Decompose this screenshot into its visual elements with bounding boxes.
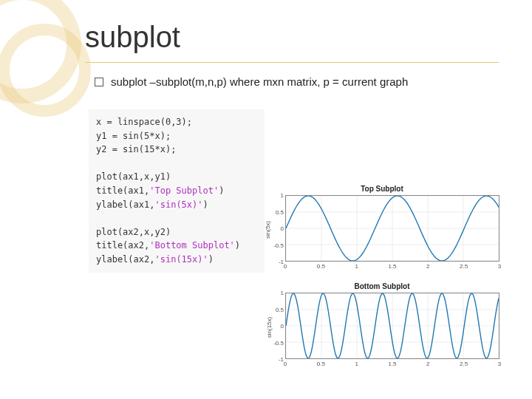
subplot-bottom: Bottom Subplotsin(15x)-1-0.500.5100.511.… — [260, 282, 504, 372]
code-line: x = linspace(0,3); — [96, 117, 192, 127]
chart-title: Top Subplot — [260, 185, 504, 193]
code-line: ) — [203, 200, 208, 210]
bullet-text: subplot –subplot(m,n,p) where mxn matrix… — [111, 75, 408, 88]
x-ticks: 00.511.522.53 — [285, 263, 499, 273]
code-line: title(ax1, — [96, 185, 149, 196]
plot-area — [285, 293, 499, 359]
code-string: 'sin(5x)' — [154, 200, 202, 210]
code-line: ) — [208, 254, 214, 265]
subplot-figure: Top Subplotsin(5x)-1-0.500.5100.511.522.… — [260, 185, 504, 380]
code-line: ) — [219, 185, 224, 196]
title-underline — [85, 62, 499, 63]
subplot-top: Top Subplotsin(5x)-1-0.500.5100.511.522.… — [260, 185, 504, 275]
y-ticks: -1-0.500.51 — [266, 293, 284, 359]
x-ticks: 00.511.522.53 — [285, 361, 499, 371]
code-line: y2 = sin(15*x); — [96, 144, 176, 154]
bullet-item: subplot –subplot(m,n,p) where mxn matrix… — [95, 75, 408, 88]
slide: subplot subplot –subplot(m,n,p) where mx… — [0, 0, 532, 399]
page-title: subplot — [85, 21, 180, 54]
code-snippet: x = linspace(0,3); y1 = sin(5*x); y2 = s… — [89, 109, 265, 273]
code-line: ylabel(ax2, — [96, 254, 154, 265]
code-line: y1 = sin(5*x); — [96, 131, 171, 141]
code-line: plot(ax2,x,y2) — [96, 227, 171, 237]
code-string: 'Top Subplot' — [149, 185, 219, 196]
code-line: plot(ax1,x,y1) — [96, 171, 171, 182]
bullet-box-icon — [95, 78, 103, 86]
code-string: 'Bottom Subplot' — [149, 240, 235, 250]
decorative-rings — [0, 0, 103, 126]
plot-area — [285, 195, 499, 262]
code-string: 'sin(15x)' — [154, 254, 208, 265]
code-line: ylabel(ax1, — [96, 200, 154, 210]
chart-title: Bottom Subplot — [260, 282, 504, 290]
code-line: title(ax2, — [96, 240, 149, 250]
code-line: ) — [235, 240, 240, 250]
y-ticks: -1-0.500.51 — [266, 195, 284, 262]
